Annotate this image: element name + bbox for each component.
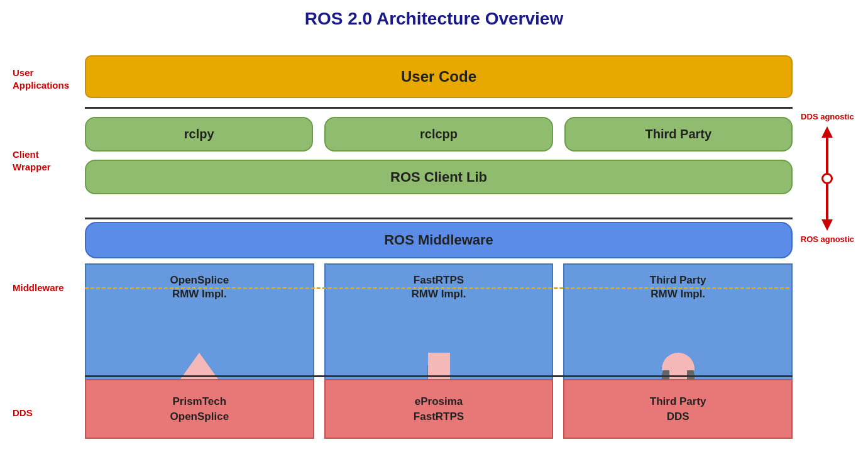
label-user-applications: User Applications <box>13 67 82 91</box>
client-wrapper-layer: rclpy rclcpp Third Party ROS Client Lib <box>85 117 793 211</box>
prismtech-dds-box: PrismTechOpenSplice <box>85 379 314 439</box>
page-title: ROS 2.0 Architecture Overview <box>13 6 855 29</box>
arrow-head-down <box>821 219 833 231</box>
user-code-box: User Code <box>85 55 793 98</box>
label-middleware: Middleware <box>13 282 82 294</box>
third-party-client-box: Third Party <box>564 117 793 152</box>
dds-connectors <box>85 348 793 379</box>
third-party-dds-box: Third PartyDDS <box>563 379 793 439</box>
eprosima-dds-box: eProsimaFastRTPS <box>324 379 554 439</box>
right-annotations: DDS agnostic ROS agnostic <box>801 112 854 245</box>
rclpy-box: rclpy <box>85 117 313 152</box>
arrow-circle <box>821 173 833 184</box>
ros-middleware-box: ROS Middleware <box>85 222 793 258</box>
rclcpp-box: rclcpp <box>324 117 552 152</box>
label-dds: DDS <box>13 407 82 419</box>
separator-1 <box>85 107 793 109</box>
page-container: ROS 2.0 Architecture Overview User Appli… <box>0 0 868 452</box>
arrow-shaft <box>826 138 828 219</box>
dds-agnostic-label: DDS agnostic <box>801 112 854 123</box>
separator-3 <box>85 375 793 377</box>
diagram-area: User Applications User Code ClientWrappe… <box>13 36 855 445</box>
label-client-wrapper: ClientWrapper <box>13 148 82 173</box>
dds-layer: PrismTechOpenSplice eProsimaFastRTPS Thi… <box>85 379 793 439</box>
dashed-middleware-line <box>85 287 789 289</box>
arrow-head-up <box>821 126 833 138</box>
ros-agnostic-label: ROS agnostic <box>801 234 854 245</box>
separator-2 <box>85 218 793 219</box>
ros-client-lib-box: ROS Client Lib <box>85 160 793 194</box>
